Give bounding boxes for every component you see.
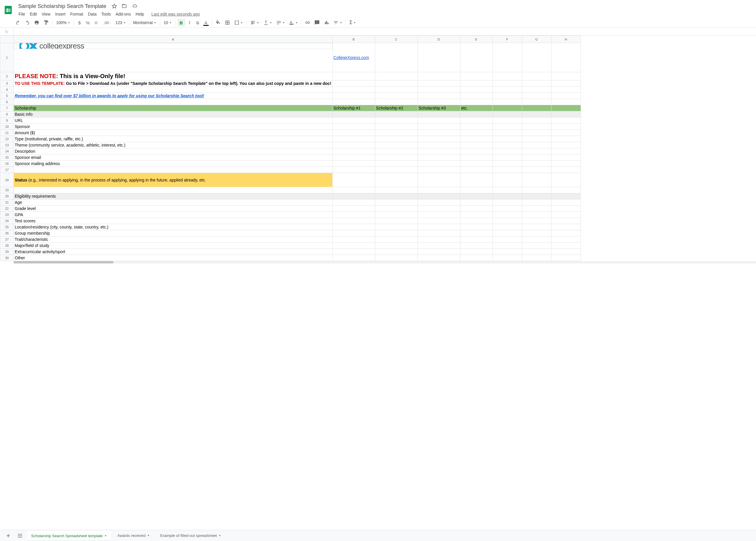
cell[interactable] xyxy=(417,237,460,243)
bold-button[interactable]: B xyxy=(178,19,185,26)
cell-a28[interactable]: Major/field of study xyxy=(14,243,333,249)
row-header[interactable]: 6 xyxy=(0,99,14,105)
cell[interactable] xyxy=(332,255,375,261)
cell[interactable] xyxy=(551,230,581,237)
cell[interactable] xyxy=(551,200,581,206)
fill-color-button[interactable] xyxy=(214,19,223,26)
cell[interactable] xyxy=(492,99,522,105)
cell[interactable] xyxy=(375,224,417,230)
cell[interactable] xyxy=(417,218,460,224)
cell[interactable] xyxy=(14,187,333,193)
cell-a25[interactable]: Location/residency (city, county, state,… xyxy=(14,224,333,230)
cell[interactable] xyxy=(460,124,492,130)
row-header[interactable]: 8 xyxy=(0,111,14,118)
cell-a12[interactable]: Type (institutional, private, raffle, et… xyxy=(14,136,333,142)
cell[interactable] xyxy=(375,167,417,173)
cell[interactable] xyxy=(492,87,522,93)
cell[interactable] xyxy=(492,130,522,136)
cell[interactable] xyxy=(460,111,492,118)
cell[interactable] xyxy=(417,187,460,193)
insert-comment-button[interactable] xyxy=(313,19,322,26)
cell[interactable] xyxy=(522,124,551,130)
cell[interactable] xyxy=(492,105,522,111)
cell[interactable] xyxy=(417,167,460,173)
cell[interactable] xyxy=(492,81,522,87)
cell[interactable] xyxy=(14,99,333,105)
cell[interactable] xyxy=(551,136,581,142)
row-header[interactable]: 12 xyxy=(0,136,14,142)
cell[interactable] xyxy=(460,224,492,230)
cell[interactable] xyxy=(375,93,417,99)
cell[interactable] xyxy=(551,130,581,136)
cell[interactable] xyxy=(417,255,460,261)
cell[interactable] xyxy=(417,111,460,118)
row-header[interactable]: 7 xyxy=(0,105,14,111)
cell[interactable] xyxy=(460,173,492,187)
cell[interactable] xyxy=(417,173,460,187)
cell[interactable] xyxy=(492,167,522,173)
sheet-tab-template[interactable]: Scholarship Search Spreadsheet template▼ xyxy=(27,531,111,540)
cell[interactable] xyxy=(551,87,581,93)
cell[interactable] xyxy=(417,249,460,255)
row-header[interactable]: 4 xyxy=(0,87,14,93)
cell[interactable] xyxy=(332,118,375,124)
add-sheet-button[interactable] xyxy=(4,531,13,540)
cell[interactable] xyxy=(551,142,581,148)
cell[interactable] xyxy=(492,173,522,187)
cell[interactable] xyxy=(460,206,492,212)
cell[interactable] xyxy=(460,161,492,167)
decrease-decimal-button[interactable]: .0← xyxy=(92,19,101,26)
cell[interactable] xyxy=(522,155,551,161)
cell[interactable] xyxy=(492,200,522,206)
cell[interactable] xyxy=(522,255,551,261)
cell[interactable] xyxy=(522,118,551,124)
cell[interactable] xyxy=(492,118,522,124)
cell[interactable] xyxy=(522,148,551,155)
menu-tools[interactable]: Tools xyxy=(99,11,113,18)
cell[interactable] xyxy=(522,230,551,237)
currency-button[interactable]: $ xyxy=(76,19,83,26)
cell[interactable] xyxy=(332,167,375,173)
cell[interactable] xyxy=(492,218,522,224)
cell[interactable] xyxy=(492,148,522,155)
text-wrap-button[interactable]: ▼ xyxy=(275,19,287,26)
cell[interactable] xyxy=(417,155,460,161)
cell-a15[interactable]: Sponsor email xyxy=(14,155,333,161)
cell[interactable] xyxy=(417,130,460,136)
cell[interactable] xyxy=(522,243,551,249)
row-header[interactable]: 11 xyxy=(0,130,14,136)
cell[interactable] xyxy=(522,212,551,218)
row-header[interactable]: 17 xyxy=(0,167,14,173)
cell[interactable] xyxy=(375,193,417,200)
cell[interactable] xyxy=(375,200,417,206)
functions-button[interactable]: Σ▼ xyxy=(348,19,358,26)
cell[interactable] xyxy=(417,93,460,99)
cell[interactable] xyxy=(332,243,375,249)
strikethrough-button[interactable]: S xyxy=(194,19,202,26)
cell[interactable] xyxy=(522,237,551,243)
font-dropdown[interactable]: Montserrat▼ xyxy=(131,19,158,26)
cell[interactable] xyxy=(551,193,581,200)
cell[interactable] xyxy=(551,249,581,255)
cell[interactable] xyxy=(375,99,417,105)
cell[interactable] xyxy=(522,142,551,148)
cell[interactable] xyxy=(417,72,460,81)
cell-c7[interactable]: Scholarship #2 xyxy=(375,105,417,111)
cell[interactable] xyxy=(492,142,522,148)
increase-decimal-button[interactable]: .00→ xyxy=(102,19,113,26)
cell[interactable] xyxy=(460,87,492,93)
cell-a27[interactable]: Trait/characteristic xyxy=(14,237,333,243)
cell[interactable] xyxy=(332,93,375,99)
cell[interactable] xyxy=(417,148,460,155)
cell[interactable] xyxy=(375,118,417,124)
cell[interactable] xyxy=(375,243,417,249)
cell[interactable] xyxy=(492,155,522,161)
merge-cells-button[interactable]: ▼ xyxy=(233,19,245,26)
cell[interactable] xyxy=(417,81,460,87)
row-header[interactable]: 20 xyxy=(0,193,14,200)
cell[interactable] xyxy=(417,43,460,72)
cell[interactable] xyxy=(332,99,375,105)
cell[interactable] xyxy=(375,187,417,193)
row-header[interactable]: 25 xyxy=(0,224,14,230)
cell[interactable] xyxy=(522,200,551,206)
